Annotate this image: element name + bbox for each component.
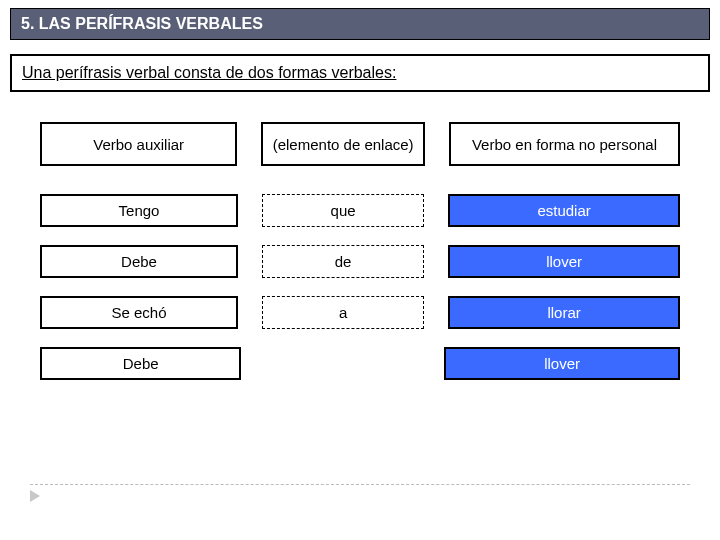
table-header-row: Verbo auxiliar (elemento de enlace) Verb… xyxy=(40,122,680,166)
cell-link: de xyxy=(262,245,424,278)
cell-aux: Debe xyxy=(40,245,238,278)
cell-link: que xyxy=(262,194,424,227)
table-row: Tengo que estudiar xyxy=(40,194,680,227)
cell-verb: llover xyxy=(448,245,680,278)
header-aux: Verbo auxiliar xyxy=(40,122,237,166)
table-row: Debe de llover xyxy=(40,245,680,278)
intro-text-underline: Una perífrasis verbal consta de dos form… xyxy=(22,64,396,81)
header-link: (elemento de enlace) xyxy=(261,122,425,166)
periphrasis-table: Verbo auxiliar (elemento de enlace) Verb… xyxy=(40,122,680,380)
section-title: 5. LAS PERÍFRASIS VERBALES xyxy=(10,8,710,40)
cell-aux: Se echó xyxy=(40,296,238,329)
nav-arrow-icon xyxy=(30,490,40,502)
table-row: Debe llover xyxy=(40,347,680,380)
cell-aux: Tengo xyxy=(40,194,238,227)
cell-verb: llorar xyxy=(448,296,680,329)
cell-verb: estudiar xyxy=(448,194,680,227)
table-row: Se echó a llorar xyxy=(40,296,680,329)
intro-text: Una perífrasis verbal consta de dos form… xyxy=(10,54,710,92)
cell-aux: Debe xyxy=(40,347,241,380)
cell-verb: llover xyxy=(444,347,680,380)
header-verb: Verbo en forma no personal xyxy=(449,122,680,166)
cell-link: a xyxy=(262,296,424,329)
cell-link-empty xyxy=(265,347,420,380)
footer-divider xyxy=(30,484,690,485)
